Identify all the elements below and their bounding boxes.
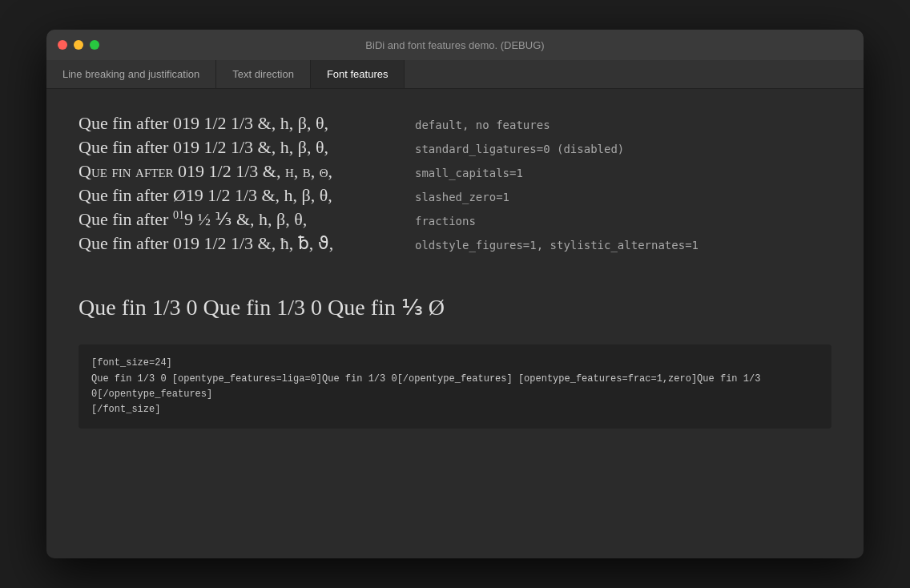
demo-row-3: Que fin after 019 1/2 1/3 &, h, β, θ, sm… — [79, 161, 831, 182]
demo-row-4: Que fin after Ø19 1/2 1/3 &, h, β, θ, sl… — [79, 185, 831, 206]
demo-text-2: Que fin after 019 1/2 1/3 &, h, β, θ, — [79, 137, 383, 158]
maximize-button[interactable] — [90, 40, 99, 50]
demo-text-1: Que fin after 019 1/2 1/3 &, h, β, θ, — [79, 113, 383, 134]
traffic-lights — [58, 40, 99, 50]
tab-text-direction[interactable]: Text direction — [216, 60, 311, 88]
code-line-2: Que fin 1/3 0 [opentype_features=liga=0]… — [91, 372, 819, 402]
demo-label-4: slashed_zero=1 — [415, 191, 509, 203]
code-line-1: [font_size=24] — [91, 356, 819, 371]
tabbar: Line breaking and justification Text dir… — [46, 60, 864, 89]
demo-label-1: default, no features — [415, 119, 550, 131]
demo-label-3: small_capitals=1 — [415, 167, 523, 179]
demo-text-6: Que fin after 019 1/2 1/3 &, ħ, ƀ, ϑ, — [79, 233, 383, 254]
demo-text-3: Que fin after 019 1/2 1/3 &, h, β, θ, — [79, 161, 383, 182]
code-block: [font_size=24] Que fin 1/3 0 [opentype_f… — [79, 344, 831, 429]
tab-line-breaking[interactable]: Line breaking and justification — [46, 60, 216, 88]
large-demo-text: Que fin 1/3 0 Que fin 1/3 0 Que fin ⅓ Ø — [79, 294, 831, 320]
demo-row-6: Que fin after 019 1/2 1/3 &, ħ, ƀ, ϑ, ol… — [79, 233, 831, 254]
titlebar: BiDi and font features demo. (DEBUG) — [46, 30, 864, 60]
code-line-3: [/font_size] — [91, 402, 819, 417]
demo-rows: Que fin after 019 1/2 1/3 &, h, β, θ, de… — [79, 113, 831, 254]
tab-font-features[interactable]: Font features — [311, 60, 405, 88]
demo-row-5: Que fin after 019 ½ ⅓ &, h, β, θ, fracti… — [79, 209, 831, 230]
window-title: BiDi and font features demo. (DEBUG) — [365, 39, 544, 51]
section-divider — [79, 278, 831, 294]
close-button[interactable] — [58, 40, 67, 50]
demo-row-1: Que fin after 019 1/2 1/3 &, h, β, θ, de… — [79, 113, 831, 134]
app-window: BiDi and font features demo. (DEBUG) Lin… — [46, 30, 864, 558]
demo-text-5: Que fin after 019 ½ ⅓ &, h, β, θ, — [79, 209, 383, 230]
demo-label-6: oldstyle_figures=1, stylistic_alternates… — [415, 239, 699, 252]
main-content: Que fin after 019 1/2 1/3 &, h, β, θ, de… — [46, 89, 864, 558]
minimize-button[interactable] — [74, 40, 83, 50]
demo-label-5: fractions — [415, 215, 476, 228]
demo-row-2: Que fin after 019 1/2 1/3 &, h, β, θ, st… — [79, 137, 831, 158]
demo-label-2: standard_ligatures=0 (disabled) — [415, 143, 624, 155]
demo-text-4: Que fin after Ø19 1/2 1/3 &, h, β, θ, — [79, 185, 383, 206]
